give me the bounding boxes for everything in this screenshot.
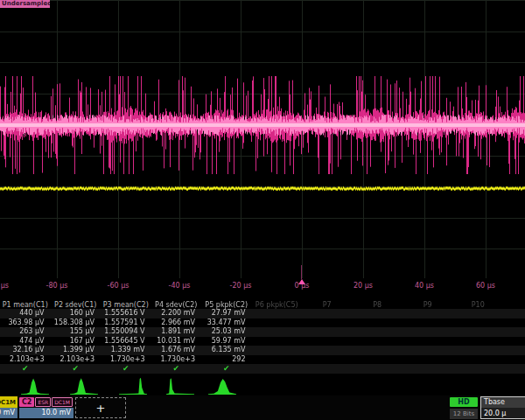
channel-c1-descriptor[interactable]: DC1M 10.0 mV <box>0 396 18 419</box>
measure-value-cell: 263 µV <box>0 327 51 337</box>
descriptor-bar: DC1M 10.0 mV C2 ESR DC1M 10.0 mV + HD 12… <box>0 396 525 420</box>
oscilloscope-screen: Undersampled -100 µs-80 µs-60 µs-40 µs-2… <box>0 0 525 420</box>
measure-status-check <box>302 364 353 374</box>
measure-value-cell: 1.730e+3 <box>101 355 151 365</box>
measure-status-check: ✔ <box>101 364 151 374</box>
measure-value-cell: 6.135 mV <box>201 346 252 355</box>
measure-value-cell <box>503 318 525 328</box>
measure-value-cell: 1.399 µV <box>51 346 102 355</box>
measure-value-cell <box>503 309 525 318</box>
axis-tick-label: -20 µs <box>230 282 252 290</box>
measure-value-cell <box>302 327 353 337</box>
histicon-p3[interactable] <box>119 377 147 395</box>
measure-value-cell <box>503 346 525 355</box>
axis-tick-label: 60 µs <box>476 282 495 290</box>
measure-value-cell <box>252 346 303 355</box>
measure-value-cell <box>503 327 525 337</box>
measure-value-cell: 440 µV <box>0 309 51 318</box>
measure-value-cell: 363.98 µV <box>0 318 51 328</box>
measure-value-cell: 155 µV <box>51 327 102 337</box>
histicon-p1[interactable] <box>21 377 49 395</box>
measure-value-cell <box>402 309 453 318</box>
c2-esr-badge: ESR <box>35 397 51 407</box>
measure-value-cell <box>402 355 453 365</box>
measure-value-cell <box>402 337 453 346</box>
histicon-p4[interactable] <box>166 377 194 395</box>
measure-header-p1[interactable]: P1 mean(C1) <box>0 301 51 309</box>
measure-value-cell <box>453 346 504 355</box>
histicon-p5[interactable] <box>208 377 236 395</box>
c2-coupling-badge: DC1M <box>52 397 73 407</box>
axis-tick-label: -60 µs <box>108 282 130 290</box>
measure-value-cell: 160 µV <box>51 309 102 318</box>
measure-value-cell: 1.339 mV <box>101 346 151 355</box>
measure-header-p11[interactable]: P <box>503 301 525 309</box>
hd-bits-label: 12 Bits <box>450 409 478 419</box>
measure-value-cell <box>453 309 504 318</box>
measure-value-cell: 10.031 mV <box>151 337 202 346</box>
timebase-label: Tbase <box>481 397 525 408</box>
measure-value-cell: 2.103e+3 <box>0 355 51 365</box>
add-trace-button[interactable]: + <box>75 397 126 418</box>
measure-status-check: ✔ <box>51 364 102 374</box>
measure-header-p5[interactable]: P5 pkpk(C2) <box>201 301 252 309</box>
c1-coupling-badge: DC1M <box>0 399 18 406</box>
measure-status-check: ✔ <box>151 364 202 374</box>
measure-value-cell: 2.200 mV <box>151 309 202 318</box>
hd-mode-badge[interactable]: HD <box>450 397 478 407</box>
measure-header-p7[interactable]: P7 <box>302 301 353 309</box>
measure-value-cell <box>252 309 303 318</box>
measure-header-p9[interactable]: P9 <box>402 301 453 309</box>
measure-value-cell <box>252 327 303 337</box>
measure-value-cell <box>353 318 403 328</box>
measure-header-p6[interactable]: P6 pkpk(C5) <box>252 301 303 309</box>
measure-value-cell <box>252 337 303 346</box>
measure-value-cell: 167 µV <box>51 337 102 346</box>
measure-value-cell: 2.966 mV <box>151 318 202 328</box>
measure-value-cell <box>302 318 353 328</box>
measure-status-check <box>453 364 504 374</box>
measure-value-cell: 27.97 mV <box>201 309 252 318</box>
time-axis: -100 µs-80 µs-60 µs-40 µs-20 µs0 µs20 µs… <box>0 278 525 294</box>
axis-tick-label: -40 µs <box>169 282 191 290</box>
measure-value-cell: 158.308 µV <box>51 318 102 328</box>
measure-value-cell <box>302 337 353 346</box>
c2-scale-value: 10.0 mV <box>19 408 74 418</box>
histicon-p2[interactable] <box>70 377 98 395</box>
measure-value-cell: 1.891 mV <box>151 327 202 337</box>
measure-header-p10[interactable]: P10 <box>453 301 504 309</box>
trigger-time-marker[interactable] <box>298 279 305 284</box>
measure-value-cell <box>353 309 403 318</box>
timebase-value: 20.0 µ <box>481 408 525 418</box>
measure-value-cell: 59.97 mV <box>201 337 252 346</box>
waveform-display[interactable] <box>0 0 525 278</box>
axis-tick-label: -100 µs <box>0 282 9 290</box>
measure-value-cell: 474 µV <box>0 337 51 346</box>
axis-tick-label: -80 µs <box>46 282 68 290</box>
axis-tick-label: 20 µs <box>354 282 373 290</box>
c1-scale-value: 10.0 mV <box>0 408 18 418</box>
channel-c2-descriptor[interactable]: C2 ESR DC1M 10.0 mV <box>19 396 74 419</box>
measure-value-cell <box>353 355 403 365</box>
measure-value-cell: 1.550094 V <box>101 327 151 337</box>
measure-value-cell: 1.730e+3 <box>151 355 202 365</box>
measure-value-cell <box>302 346 353 355</box>
measure-header-p3[interactable]: P3 mean(C2) <box>101 301 151 309</box>
measure-value-cell <box>402 346 453 355</box>
measure-header-p2[interactable]: P2 sdev(C1) <box>51 301 102 309</box>
measure-value-cell <box>503 337 525 346</box>
measure-value-cell: 32.16 µV <box>0 346 51 355</box>
measure-status-check <box>252 364 303 374</box>
measure-status-check <box>353 364 403 374</box>
measure-value-cell: 292 <box>201 355 252 365</box>
measure-value-cell <box>453 355 504 365</box>
measure-value-cell: 1.555616 V <box>101 309 151 318</box>
measure-header-p4[interactable]: P4 sdev(C2) <box>151 301 202 309</box>
measure-value-cell: 2.103e+3 <box>51 355 102 365</box>
measure-value-cell: 1.556645 V <box>101 337 151 346</box>
measure-value-cell <box>453 337 504 346</box>
timebase-descriptor[interactable]: Tbase 20.0 µ <box>480 396 525 419</box>
measure-value-cell: 25.03 mV <box>201 327 252 337</box>
measure-header-p8[interactable]: P8 <box>353 301 403 309</box>
measure-value-cell: 1.557591 V <box>101 318 151 328</box>
